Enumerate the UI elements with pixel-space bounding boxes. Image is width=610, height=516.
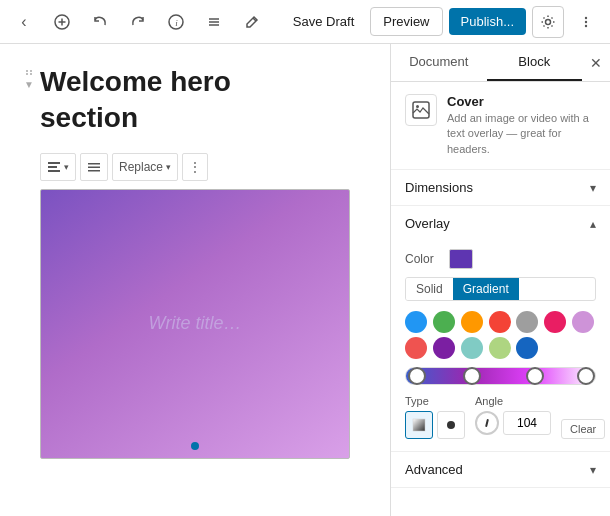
angle-row	[475, 411, 551, 435]
color-blue[interactable]	[405, 311, 427, 333]
gradient-bar[interactable]	[405, 367, 596, 385]
color-lavender[interactable]	[572, 311, 594, 333]
overlay-chevron: ▴	[590, 217, 596, 231]
cover-dot	[191, 442, 199, 450]
align-icon	[47, 160, 61, 174]
color-red2[interactable]	[405, 337, 427, 359]
settings-button[interactable]	[532, 6, 564, 38]
dimensions-header[interactable]: Dimensions ▾	[391, 170, 610, 205]
radial-type-button[interactable]	[437, 411, 465, 439]
replace-label: Replace	[119, 160, 163, 174]
main-layout: ▼ Welcome hero section ▾ Replace ▾	[0, 44, 610, 516]
color-pink[interactable]	[544, 311, 566, 333]
panel-tabs: Document Block ✕	[391, 44, 610, 82]
topbar: ‹ i Save Draft Preview Publish...	[0, 0, 610, 44]
svg-rect-17	[48, 162, 60, 164]
undo-icon	[92, 14, 108, 30]
list-view-button[interactable]	[198, 6, 230, 38]
svg-point-13	[26, 70, 28, 72]
overlay-content: Color Solid Gradient	[391, 241, 610, 451]
preview-button[interactable]: Preview	[370, 7, 442, 36]
linear-gradient-icon	[412, 418, 426, 432]
color-row: Color	[405, 249, 596, 269]
svg-rect-18	[48, 166, 57, 168]
solid-button[interactable]: Solid	[406, 278, 453, 300]
angle-indicator	[485, 419, 489, 427]
collapse-button[interactable]: ▼	[24, 79, 34, 90]
current-color-swatch[interactable]	[449, 249, 473, 269]
advanced-header[interactable]: Advanced ▾	[391, 452, 610, 487]
color-purple[interactable]	[433, 337, 455, 359]
replace-button[interactable]: Replace ▾	[112, 153, 178, 181]
page-title[interactable]: Welcome hero section	[40, 64, 366, 137]
overlay-header[interactable]: Overlay ▴	[391, 206, 610, 241]
dimensions-title: Dimensions	[405, 180, 473, 195]
list-icon	[206, 14, 222, 30]
list-style-button[interactable]	[80, 153, 108, 181]
overlay-section: Overlay ▴ Color Solid Gradient	[391, 206, 610, 452]
gear-icon	[540, 14, 556, 30]
color-red[interactable]	[489, 311, 511, 333]
save-draft-button[interactable]: Save Draft	[283, 8, 364, 35]
radial-dot	[447, 421, 455, 429]
block-more-button[interactable]: ⋮	[182, 153, 208, 181]
align-button[interactable]: ▾	[40, 153, 76, 181]
svg-point-12	[585, 24, 587, 26]
edit-icon	[244, 14, 260, 30]
svg-point-14	[30, 70, 32, 72]
editor-area: ▼ Welcome hero section ▾ Replace ▾	[0, 44, 390, 516]
drag-handle-icon	[24, 68, 34, 76]
cover-block[interactable]: Write title…	[40, 189, 350, 459]
color-teal[interactable]	[461, 337, 483, 359]
cover-placeholder[interactable]: Write title…	[148, 313, 241, 334]
advanced-title: Advanced	[405, 462, 463, 477]
cover-block-icon	[405, 94, 437, 126]
linear-type-button[interactable]	[405, 411, 433, 439]
gradient-handle-1[interactable]	[408, 367, 426, 385]
block-mover[interactable]: ▼	[24, 64, 34, 90]
add-block-button[interactable]	[46, 6, 78, 38]
svg-point-9	[546, 19, 551, 24]
cover-icon	[412, 101, 430, 119]
svg-text:i: i	[175, 18, 178, 28]
info-icon: i	[168, 14, 184, 30]
topbar-left: ‹ i	[8, 6, 279, 38]
color-gray[interactable]	[516, 311, 538, 333]
svg-point-11	[585, 20, 587, 22]
gradient-bar-wrap	[405, 367, 596, 385]
overlay-title: Overlay	[405, 216, 450, 231]
dimensions-section: Dimensions ▾	[391, 170, 610, 206]
advanced-section: Advanced ▾	[391, 452, 610, 488]
right-panel: Document Block ✕ Cover Add an image or v…	[390, 44, 610, 516]
block-info: Cover Add an image or video with a text …	[391, 82, 610, 170]
gradient-handle-3[interactable]	[526, 367, 544, 385]
redo-button[interactable]	[122, 6, 154, 38]
publish-button[interactable]: Publish...	[449, 8, 526, 35]
gradient-handle-2[interactable]	[463, 367, 481, 385]
angle-circle[interactable]	[475, 411, 499, 435]
color-darkblue[interactable]	[516, 337, 538, 359]
panel-close-button[interactable]: ✕	[582, 49, 610, 77]
topbar-right: Save Draft Preview Publish...	[283, 6, 602, 38]
info-button[interactable]: i	[160, 6, 192, 38]
plus-icon	[54, 14, 70, 30]
align-chevron: ▾	[64, 162, 69, 172]
color-green[interactable]	[433, 311, 455, 333]
color-lightgreen[interactable]	[489, 337, 511, 359]
edit-button[interactable]	[236, 6, 268, 38]
more-options-button[interactable]	[570, 6, 602, 38]
color-orange[interactable]	[461, 311, 483, 333]
gradient-button[interactable]: Gradient	[453, 278, 519, 300]
svg-point-10	[585, 16, 587, 18]
type-section: Type	[405, 395, 465, 439]
tab-block[interactable]: Block	[487, 44, 583, 81]
back-button[interactable]: ‹	[8, 6, 40, 38]
gradient-handle-4[interactable]	[577, 367, 595, 385]
block-description: Add an image or video with a text overla…	[447, 111, 596, 157]
angle-input[interactable]	[503, 411, 551, 435]
undo-button[interactable]	[84, 6, 116, 38]
svg-rect-25	[413, 419, 425, 431]
clear-button[interactable]: Clear	[561, 419, 605, 439]
tab-document[interactable]: Document	[391, 44, 487, 81]
svg-rect-19	[48, 170, 60, 172]
